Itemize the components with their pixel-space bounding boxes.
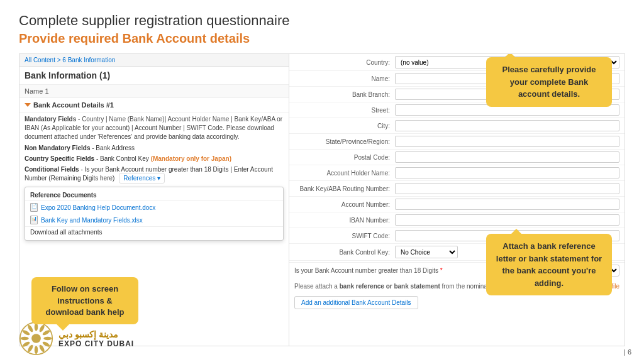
logo-area: مدينة إكسبو دبي EXPO CITY DUBAI xyxy=(19,321,134,356)
bank-info-header: Bank Information (1) xyxy=(19,67,289,85)
name-row: Name 1 xyxy=(19,85,289,98)
svg-point-6 xyxy=(38,344,45,353)
logo-text: مدينة إكسبو دبي EXPO CITY DUBAI xyxy=(58,329,134,348)
conditional-row: Conditional Fields - Is your Bank Accoun… xyxy=(19,164,289,185)
non-mandatory-label: Non Mandatory Fields xyxy=(25,145,90,151)
svg-point-11 xyxy=(22,329,31,336)
field-account-number: Account Number: xyxy=(289,197,625,212)
japan-note: (Mandatory only for Japan) xyxy=(151,155,231,162)
file-icon-2: 📊 xyxy=(30,216,38,224)
country-specific-row: Country Specific Fields - Bank Control K… xyxy=(19,153,289,164)
field-iban: IBAN Number: xyxy=(289,212,625,228)
label-state: State/Province/Region: xyxy=(294,138,395,145)
svg-point-7 xyxy=(35,346,38,354)
label-iban: IBAN Number: xyxy=(294,217,395,224)
header-title: Complete supplier registration questionn… xyxy=(19,13,625,29)
right-panel: Country: (no value) Name: Bank Branch: S… xyxy=(289,53,625,346)
svg-point-10 xyxy=(21,337,29,341)
page-number: | 6 xyxy=(624,348,631,356)
dropdown-item-2-label: Bank Key and Mandatory Fields.xlsx xyxy=(41,217,143,224)
callout-mid-right: Attach a bank reference letter or bank s… xyxy=(486,234,612,295)
references-button[interactable]: References ▾ xyxy=(119,173,165,184)
svg-point-3 xyxy=(42,329,50,336)
references-dropdown: Reference Documents 📄 Expo 2020 Banking … xyxy=(25,187,284,241)
expo-logo-icon xyxy=(19,321,53,356)
bank-account-section-header: Bank Account Details #1 xyxy=(19,98,289,112)
svg-point-4 xyxy=(43,337,52,341)
input-iban[interactable] xyxy=(395,214,619,226)
references-label: References xyxy=(123,175,155,182)
callout-bottom-left: Follow on screen instructions & download… xyxy=(31,277,138,324)
label-account-holder: Account Holder Name: xyxy=(294,170,395,177)
required-star-digits: * xyxy=(440,267,443,274)
bank-account-label: Bank Account Details #1 xyxy=(33,101,114,109)
label-account-number: Account Number: xyxy=(294,201,395,208)
non-mandatory-text: - Bank Address xyxy=(92,145,135,151)
input-account-holder[interactable] xyxy=(395,167,619,178)
svg-point-8 xyxy=(27,344,34,353)
field-city: City: xyxy=(289,118,625,134)
svg-point-5 xyxy=(42,341,50,348)
country-specific-text: - Bank Control Key (Mandatory only for J… xyxy=(96,155,231,162)
breadcrumb: All Content > 6 Bank Information xyxy=(19,54,289,67)
logo-arabic: مدينة إكسبو دبي xyxy=(58,329,134,339)
callout-top-right: Please carefully provide your complete B… xyxy=(486,57,612,107)
dropdown-title: Reference Documents xyxy=(25,190,283,201)
mandatory-fields-info: Mandatory Fields - Country | Name (Bank … xyxy=(19,112,289,143)
label-name: Name: xyxy=(294,75,395,82)
label-control-key: Bank Control Key: xyxy=(294,249,395,256)
chevron-down-icon: ▾ xyxy=(157,175,160,182)
input-city[interactable] xyxy=(395,120,619,131)
label-swift: SWIFT Code: xyxy=(294,233,395,239)
label-street: Street: xyxy=(294,107,395,114)
select-control-key[interactable]: No Choice xyxy=(395,246,458,258)
field-postal: Postal Code: xyxy=(289,150,625,165)
input-bank-key[interactable] xyxy=(395,183,619,194)
label-postal: Postal Code: xyxy=(294,154,395,161)
label-city: City: xyxy=(294,123,395,129)
field-account-holder: Account Holder Name: xyxy=(289,165,625,181)
svg-point-2 xyxy=(38,324,45,333)
label-country: Country: xyxy=(294,59,395,66)
add-bank-button[interactable]: Add an additional Bank Account Details xyxy=(294,296,418,309)
input-postal[interactable] xyxy=(395,151,619,163)
input-account-number[interactable] xyxy=(395,199,619,210)
page: Complete supplier registration questionn… xyxy=(0,0,644,362)
header-subtitle: Provide required Bank Account details xyxy=(19,31,625,46)
file-icon-1: 📄 xyxy=(30,203,38,212)
attach-bold: bank reference or bank statement xyxy=(340,283,440,290)
label-bank-branch: Bank Branch: xyxy=(294,91,395,98)
label-bank-key: Bank Key/ABA Routing Number: xyxy=(294,185,395,192)
country-specific-label: Country Specific Fields xyxy=(25,155,94,162)
svg-point-13 xyxy=(31,334,41,343)
dropdown-item-1[interactable]: 📄 Expo 2020 Banking Help Document.docx xyxy=(25,201,283,214)
svg-point-12 xyxy=(27,324,34,333)
input-state[interactable] xyxy=(395,136,619,147)
field-bank-key: Bank Key/ABA Routing Number: xyxy=(289,181,625,197)
dropdown-item-1-label: Expo 2020 Banking Help Document.docx xyxy=(41,204,155,211)
svg-point-9 xyxy=(22,341,31,348)
triangle-icon xyxy=(25,103,31,107)
download-all-btn[interactable]: Download all attachments xyxy=(25,226,283,238)
dropdown-item-2[interactable]: 📊 Bank Key and Mandatory Fields.xlsx xyxy=(25,214,283,226)
mandatory-label: Mandatory Fields xyxy=(25,116,76,123)
non-mandatory-row: Non Mandatory Fields - Bank Address xyxy=(19,143,289,153)
field-state: State/Province/Region: xyxy=(289,134,625,150)
logo-english: EXPO CITY DUBAI xyxy=(58,339,134,348)
conditional-label: Conditional Fields xyxy=(25,166,79,173)
